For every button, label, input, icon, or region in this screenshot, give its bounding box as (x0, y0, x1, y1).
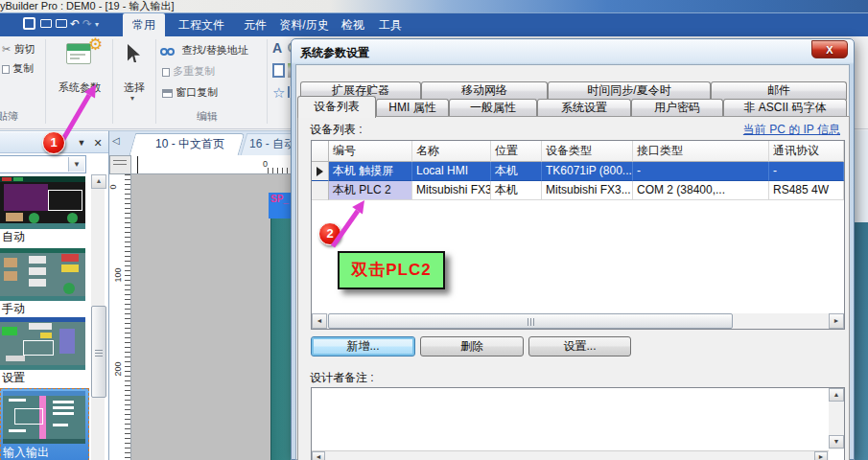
select-button[interactable]: 选择 ▾ (115, 38, 153, 107)
system-parameters-button[interactable]: ⚙ 系统参数 (50, 38, 109, 96)
select-label: 选择 (115, 80, 153, 95)
add-button[interactable]: 新增... (311, 336, 415, 356)
col-interface[interactable]: 接口类型 (633, 141, 769, 162)
tab-time-sync[interactable]: 时间同步/夏令时 (548, 81, 711, 100)
window-copy-icon (162, 89, 173, 98)
designer-note-box: ▲ ▼ ◄ ► (311, 387, 845, 460)
list-item[interactable]: 手动 (0, 248, 89, 315)
window-copy-button[interactable]: 窗口复制 (162, 85, 218, 99)
tab-scroll-left-icon[interactable]: ◁ (112, 135, 120, 146)
list-item[interactable]: 设置 (0, 317, 89, 384)
ribbon-tab-band: ↶ ↷ ▾ 常用 工程文件 元件 资料/历史 检视 工具 (0, 12, 868, 36)
find-replace-label: 查找/替换地址 (182, 44, 248, 56)
scroll-up-icon[interactable]: ▲ (829, 388, 844, 402)
scroll-down-icon[interactable]: ▼ (829, 435, 844, 448)
tab-general[interactable]: 一般属性 (449, 99, 537, 117)
export-icon[interactable] (40, 19, 52, 28)
system-parameter-dialog: 系统参数设置 X 扩展存贮器 移动网络 时间同步/夏令时 邮件 设备列表 HMI… (291, 38, 855, 460)
canvas-tab-active-label[interactable]: 10 - 中文首页 (140, 136, 240, 152)
cell-name[interactable]: Mitsubishi FX3... (412, 181, 491, 200)
cursor-arrow-icon (128, 44, 140, 62)
col-protocol[interactable]: 通讯协议 (769, 141, 844, 162)
scroll-right-icon[interactable]: ► (829, 313, 844, 329)
tab-hmi-attributes[interactable]: HMI 属性 (376, 99, 449, 117)
table-row[interactable]: 本机 PLC 2 Mitsubishi FX3... 本机 Mitsubishi… (312, 181, 844, 200)
table-horizontal-scrollbar[interactable]: ◄ ► (312, 313, 844, 329)
cell-protocol[interactable]: RS485 4W (769, 181, 844, 200)
note-vertical-scrollbar[interactable]: ▲ ▼ (829, 388, 844, 449)
device-table[interactable]: 编号 名称 位置 设备类型 接口类型 通讯协议 本机 触摸屏 Local HMI… (311, 140, 845, 330)
ribbon-tab-object[interactable]: 元件 (236, 13, 274, 37)
v-ruler-0: 0 (108, 184, 118, 189)
delete-button[interactable]: 删除 (420, 336, 524, 356)
list-item-selected[interactable]: 输入输出 (0, 388, 89, 460)
redo-icon[interactable]: ↷ (82, 16, 92, 32)
cell-location[interactable]: 本机 (491, 162, 542, 181)
ribbon-tab-common[interactable]: 常用 (123, 13, 165, 37)
window-title: yBuilder Pro : DEM0 - [19 - 输入输出] (0, 0, 175, 12)
double-click-plc2-callout: 双击PLC2 (338, 251, 445, 289)
cut-button[interactable]: ✂ 剪切 (2, 42, 35, 56)
copy-label: 复制 (12, 62, 34, 74)
col-location[interactable]: 位置 (491, 141, 542, 162)
tab-user-password[interactable]: 用户密码 (631, 99, 723, 117)
col-name[interactable]: 名称 (412, 141, 491, 162)
cell-no[interactable]: 本机 PLC 2 (329, 181, 412, 200)
select-caret-icon[interactable]: ▾ (130, 94, 134, 103)
current-row-marker (312, 162, 329, 181)
cell-no[interactable]: 本机 触摸屏 (329, 162, 412, 181)
panel-menu-caret-icon[interactable]: ▼ (75, 136, 88, 150)
preview-mode-select[interactable]: ▼ (0, 155, 86, 173)
ruler-origin-box (109, 155, 131, 174)
tab-device-list[interactable]: 设备列表 (297, 96, 376, 118)
window-copy-quick-icon[interactable] (56, 19, 67, 28)
cell-device-type[interactable]: Mitsubishi FX3... (542, 181, 633, 200)
scroll-left-icon[interactable]: ◄ (312, 313, 327, 329)
system-parameters-label: 系统参数 (50, 80, 109, 95)
settings-button[interactable]: 设置... (528, 336, 631, 356)
canvas-tab-inactive-label[interactable]: 16 - 自动 (249, 136, 295, 152)
cell-interface[interactable]: - (633, 162, 769, 181)
cell-location[interactable]: 本机 (491, 181, 542, 200)
ribbon-tab-data-history[interactable]: 资料/历史 (276, 13, 332, 37)
cell-protocol[interactable]: - (769, 162, 844, 181)
col-device-type[interactable]: 设备类型 (542, 141, 633, 162)
star-icon[interactable]: ☆ (272, 84, 285, 102)
find-replace-address-button[interactable]: 查找/替换地址 (160, 43, 248, 57)
cell-name[interactable]: Local HMI (412, 162, 491, 181)
panel-close-icon[interactable]: ✕ (91, 136, 105, 150)
scrollbar-thumb[interactable] (328, 313, 733, 329)
scroll-right-icon[interactable]: ► (814, 451, 828, 460)
tab-system-setting[interactable]: 系统设置 (537, 99, 631, 117)
table-row[interactable]: 本机 触摸屏 Local HMI 本机 TK6071iP (800... - - (312, 162, 844, 181)
scroll-up-icon[interactable]: ▲ (91, 174, 106, 189)
multi-copy-button[interactable]: 多重复制 (162, 64, 215, 78)
list-item[interactable]: 自动 (0, 176, 89, 243)
v-ruler-200: 200 (113, 361, 123, 376)
note-horizontal-scrollbar[interactable]: ◄ ► (312, 450, 829, 460)
undo-icon[interactable]: ↶ (70, 16, 80, 32)
ribbon-tab-view[interactable]: 检视 (336, 13, 370, 37)
cell-device-type[interactable]: TK6071iP (800... (542, 162, 633, 181)
font-icon[interactable]: A (272, 40, 282, 56)
tab-cellular-network[interactable]: 移动网络 (421, 81, 548, 100)
ribbon-tab-project[interactable]: 工程文件 (173, 13, 230, 37)
quick-access-caret-icon[interactable]: ▾ (95, 20, 99, 29)
scrollbar-thumb[interactable] (91, 306, 106, 398)
save-icon[interactable] (23, 17, 35, 30)
designer-note-input[interactable] (312, 388, 832, 453)
teal-bar-object[interactable] (270, 218, 291, 460)
current-pc-ip-link[interactable]: 当前 PC 的 IP 信息 (743, 122, 840, 138)
panel-scrollbar[interactable]: ▲ (91, 174, 105, 460)
copy-button[interactable]: 复制 (2, 61, 34, 75)
list-object-icon[interactable] (272, 63, 285, 78)
v-ruler-100: 100 (113, 267, 123, 282)
sp-object[interactable]: SP_ (269, 193, 291, 218)
ribbon-tab-tool[interactable]: 工具 (374, 13, 407, 37)
cell-interface[interactable]: COM 2 (38400,... (633, 181, 769, 200)
dialog-close-button[interactable]: X (811, 40, 848, 58)
tab-non-ascii-fonts[interactable]: 非 ASCII 码字体 (723, 99, 847, 117)
col-no[interactable]: 编号 (329, 141, 412, 162)
scroll-left-icon[interactable]: ◄ (312, 451, 325, 460)
tab-email[interactable]: 邮件 (711, 81, 847, 100)
